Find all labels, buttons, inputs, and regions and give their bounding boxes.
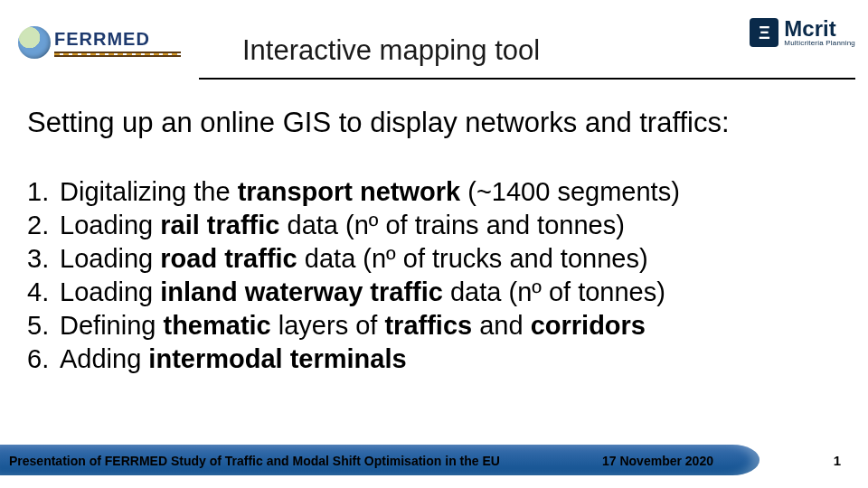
list-num: 5. <box>27 311 60 341</box>
list-num: 1. <box>27 177 60 207</box>
list-text: Digitalizing the transport network (~140… <box>60 177 680 207</box>
header-rule <box>199 78 855 80</box>
list-item: 3. Loading road traffic data (nº of truc… <box>27 244 680 274</box>
ferrmed-wordmark: FERRMED <box>54 29 181 57</box>
list-num: 3. <box>27 244 60 274</box>
slide: FERRMED Interactive mapping tool Ξ Mcrit… <box>0 0 868 488</box>
list-text: Loading rail traffic data (nº of trains … <box>60 211 625 240</box>
list: 1. Digitalizing the transport network (~… <box>27 177 680 378</box>
footer: Presentation of FERRMED Study of Traffic… <box>0 443 868 475</box>
subtitle: Setting up an online GIS to display netw… <box>27 107 730 139</box>
list-item: 2. Loading rail traffic data (nº of trai… <box>27 211 680 240</box>
footer-left-text: Presentation of FERRMED Study of Traffic… <box>9 454 500 468</box>
list-num: 2. <box>27 211 60 240</box>
list-text: Loading road traffic data (nº of trucks … <box>60 244 648 274</box>
list-item: 6. Adding intermodal terminals <box>27 344 680 374</box>
list-text: Loading inland waterway traffic data (nº… <box>60 277 665 307</box>
list-num: 4. <box>27 277 60 307</box>
list-text: Adding intermodal terminals <box>60 344 407 374</box>
ferrmed-logo: FERRMED <box>18 23 181 61</box>
list-item: 5. Defining thematic layers of traffics … <box>27 311 680 341</box>
mcrit-tagline: Multicriteria Planning <box>784 40 855 47</box>
list-text: Defining thematic layers of traffics and… <box>60 311 646 341</box>
globe-icon <box>18 26 51 59</box>
mcrit-logo: Ξ Mcrit Multicriteria Planning <box>750 18 855 47</box>
header: FERRMED Interactive mapping tool Ξ Mcrit… <box>18 18 855 72</box>
footer-page-number: 1 <box>834 453 841 468</box>
ferrmed-bars-icon <box>54 52 181 57</box>
ferrmed-text: FERRMED <box>54 29 181 50</box>
list-num: 6. <box>27 344 60 374</box>
mcrit-mark-icon: Ξ <box>750 18 778 47</box>
list-item: 1. Digitalizing the transport network (~… <box>27 177 680 207</box>
footer-date: 17 November 2020 <box>602 454 713 468</box>
list-item: 4. Loading inland waterway traffic data … <box>27 277 680 307</box>
mcrit-name: Mcrit <box>784 18 855 40</box>
slide-title: Interactive mapping tool <box>242 34 540 67</box>
